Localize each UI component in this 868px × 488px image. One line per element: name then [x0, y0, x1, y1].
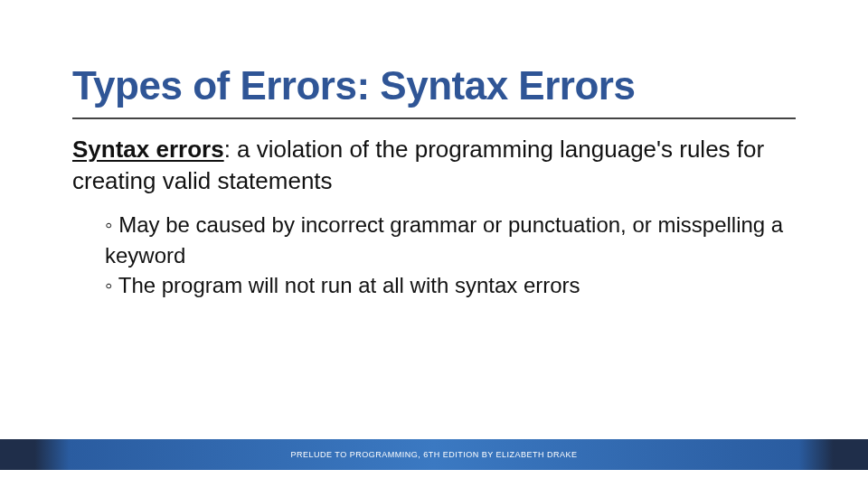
list-item: May be caused by incorrect grammar or pu…	[105, 210, 796, 270]
slide-title: Types of Errors: Syntax Errors	[72, 63, 796, 108]
footer-text: PRELUDE TO PROGRAMMING, 6TH EDITION BY E…	[290, 450, 577, 459]
list-item: The program will not run at all with syn…	[105, 270, 796, 301]
content-area: Types of Errors: Syntax Errors Syntax er…	[0, 0, 868, 301]
footer-band: PRELUDE TO PROGRAMMING, 6TH EDITION BY E…	[0, 439, 868, 470]
title-divider	[72, 117, 796, 119]
bullet-list: May be caused by incorrect grammar or pu…	[72, 210, 796, 301]
slide: Types of Errors: Syntax Errors Syntax er…	[0, 0, 868, 488]
term-label: Syntax errors	[72, 136, 224, 163]
definition-line: Syntax errors: a violation of the progra…	[72, 134, 796, 197]
